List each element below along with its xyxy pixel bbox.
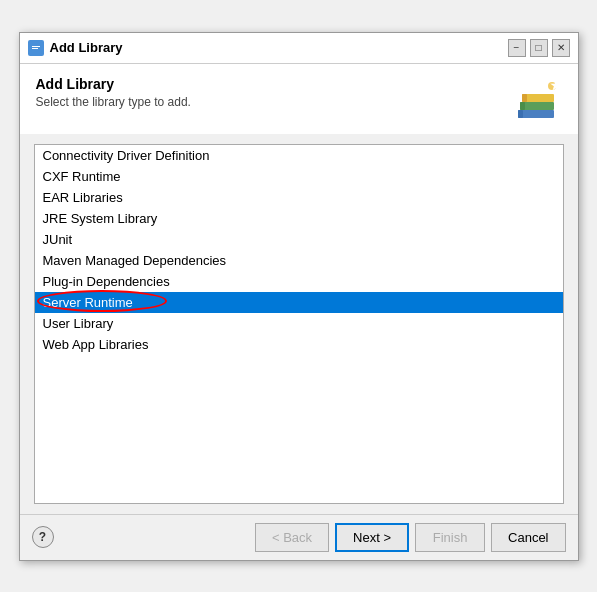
- help-button[interactable]: ?: [32, 526, 54, 548]
- footer-left: ?: [32, 526, 54, 548]
- footer-buttons: < Back Next > Finish Cancel: [255, 523, 566, 552]
- title-bar-controls: − □ ✕: [508, 39, 570, 57]
- library-type-list[interactable]: Connectivity Driver DefinitionCXF Runtim…: [34, 144, 564, 504]
- title-bar: Add Library − □ ✕: [20, 33, 578, 64]
- list-item[interactable]: JUnit: [35, 229, 563, 250]
- content-area: Connectivity Driver DefinitionCXF Runtim…: [20, 134, 578, 514]
- footer: ? < Back Next > Finish Cancel: [20, 514, 578, 560]
- add-library-dialog: Add Library − □ ✕ Add Library Select the…: [19, 32, 579, 561]
- svg-rect-8: [522, 94, 527, 102]
- svg-rect-2: [32, 48, 38, 49]
- list-item[interactable]: EAR Libraries: [35, 187, 563, 208]
- list-item[interactable]: Server Runtime: [35, 292, 563, 313]
- svg-text:★: ★: [550, 78, 562, 93]
- list-item[interactable]: CXF Runtime: [35, 166, 563, 187]
- next-button[interactable]: Next >: [335, 523, 409, 552]
- dialog-title: Add Library: [36, 76, 191, 92]
- header-text: Add Library Select the library type to a…: [36, 76, 191, 109]
- svg-rect-1: [32, 46, 40, 47]
- list-item[interactable]: Plug-in Dependencies: [35, 271, 563, 292]
- dialog-subtitle: Select the library type to add.: [36, 95, 191, 109]
- library-icon: ★: [514, 76, 562, 124]
- minimize-button[interactable]: −: [508, 39, 526, 57]
- svg-rect-3: [518, 110, 554, 118]
- title-bar-left: Add Library: [28, 40, 123, 56]
- back-button[interactable]: < Back: [255, 523, 329, 552]
- title-bar-label: Add Library: [50, 40, 123, 55]
- cancel-button[interactable]: Cancel: [491, 523, 565, 552]
- svg-rect-5: [520, 102, 554, 110]
- maximize-button[interactable]: □: [530, 39, 548, 57]
- list-item[interactable]: Connectivity Driver Definition: [35, 145, 563, 166]
- finish-button[interactable]: Finish: [415, 523, 485, 552]
- close-button[interactable]: ✕: [552, 39, 570, 57]
- list-item[interactable]: JRE System Library: [35, 208, 563, 229]
- list-item[interactable]: User Library: [35, 313, 563, 334]
- header-section: Add Library Select the library type to a…: [20, 64, 578, 134]
- list-item[interactable]: Maven Managed Dependencies: [35, 250, 563, 271]
- svg-rect-6: [520, 102, 525, 110]
- dialog-icon: [28, 40, 44, 56]
- svg-rect-4: [518, 110, 523, 118]
- list-item[interactable]: Web App Libraries: [35, 334, 563, 355]
